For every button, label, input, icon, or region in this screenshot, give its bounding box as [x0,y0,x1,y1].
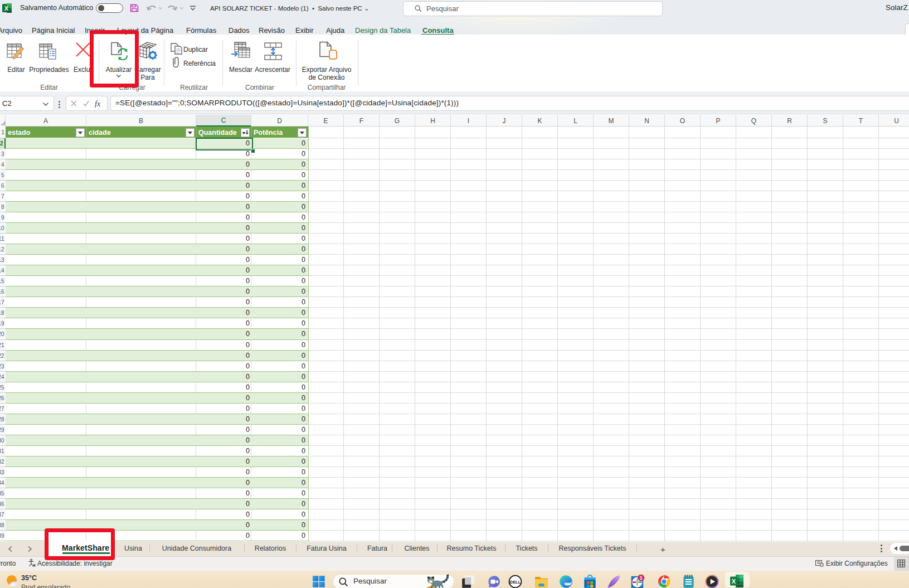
svg-text:fx: fx [95,100,101,108]
svg-text:X: X [732,578,736,585]
svg-text:DELL: DELL [510,580,521,585]
svg-text:X: X [4,5,9,12]
svg-text:1: 1 [640,575,643,581]
